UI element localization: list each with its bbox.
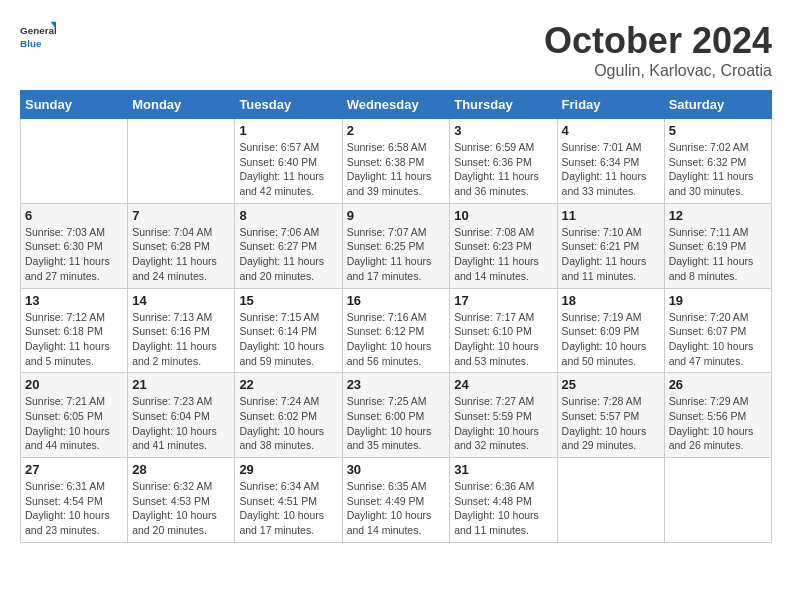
day-cell: 24Sunrise: 7:27 AM Sunset: 5:59 PM Dayli… [450,373,557,458]
week-row-3: 13Sunrise: 7:12 AM Sunset: 6:18 PM Dayli… [21,288,772,373]
day-info: Sunrise: 7:20 AM Sunset: 6:07 PM Dayligh… [669,310,767,369]
weekday-header-thursday: Thursday [450,91,557,119]
title-block: October 2024 Ogulin, Karlovac, Croatia [544,20,772,80]
day-cell: 6Sunrise: 7:03 AM Sunset: 6:30 PM Daylig… [21,203,128,288]
weekday-header-row: SundayMondayTuesdayWednesdayThursdayFrid… [21,91,772,119]
day-cell: 31Sunrise: 6:36 AM Sunset: 4:48 PM Dayli… [450,458,557,543]
day-cell: 29Sunrise: 6:34 AM Sunset: 4:51 PM Dayli… [235,458,342,543]
day-info: Sunrise: 7:23 AM Sunset: 6:04 PM Dayligh… [132,394,230,453]
day-number: 9 [347,208,446,223]
day-info: Sunrise: 6:34 AM Sunset: 4:51 PM Dayligh… [239,479,337,538]
day-number: 11 [562,208,660,223]
calendar-table: SundayMondayTuesdayWednesdayThursdayFrid… [20,90,772,543]
day-cell: 28Sunrise: 6:32 AM Sunset: 4:53 PM Dayli… [128,458,235,543]
day-info: Sunrise: 7:29 AM Sunset: 5:56 PM Dayligh… [669,394,767,453]
day-number: 27 [25,462,123,477]
day-cell: 9Sunrise: 7:07 AM Sunset: 6:25 PM Daylig… [342,203,450,288]
page-header: General Blue October 2024 Ogulin, Karlov… [20,20,772,80]
day-info: Sunrise: 7:03 AM Sunset: 6:30 PM Dayligh… [25,225,123,284]
day-number: 8 [239,208,337,223]
day-cell: 23Sunrise: 7:25 AM Sunset: 6:00 PM Dayli… [342,373,450,458]
weekday-header-sunday: Sunday [21,91,128,119]
weekday-header-monday: Monday [128,91,235,119]
day-info: Sunrise: 7:27 AM Sunset: 5:59 PM Dayligh… [454,394,552,453]
day-cell: 27Sunrise: 6:31 AM Sunset: 4:54 PM Dayli… [21,458,128,543]
day-info: Sunrise: 7:28 AM Sunset: 5:57 PM Dayligh… [562,394,660,453]
weekday-header-friday: Friday [557,91,664,119]
day-info: Sunrise: 6:57 AM Sunset: 6:40 PM Dayligh… [239,140,337,199]
location: Ogulin, Karlovac, Croatia [544,62,772,80]
weekday-header-tuesday: Tuesday [235,91,342,119]
day-number: 18 [562,293,660,308]
day-cell: 25Sunrise: 7:28 AM Sunset: 5:57 PM Dayli… [557,373,664,458]
day-cell: 2Sunrise: 6:58 AM Sunset: 6:38 PM Daylig… [342,119,450,204]
day-info: Sunrise: 6:32 AM Sunset: 4:53 PM Dayligh… [132,479,230,538]
day-info: Sunrise: 7:16 AM Sunset: 6:12 PM Dayligh… [347,310,446,369]
day-cell: 17Sunrise: 7:17 AM Sunset: 6:10 PM Dayli… [450,288,557,373]
day-number: 7 [132,208,230,223]
day-number: 4 [562,123,660,138]
day-cell: 19Sunrise: 7:20 AM Sunset: 6:07 PM Dayli… [664,288,771,373]
day-cell: 16Sunrise: 7:16 AM Sunset: 6:12 PM Dayli… [342,288,450,373]
day-info: Sunrise: 7:19 AM Sunset: 6:09 PM Dayligh… [562,310,660,369]
day-cell: 30Sunrise: 6:35 AM Sunset: 4:49 PM Dayli… [342,458,450,543]
day-number: 25 [562,377,660,392]
day-cell: 13Sunrise: 7:12 AM Sunset: 6:18 PM Dayli… [21,288,128,373]
day-cell: 20Sunrise: 7:21 AM Sunset: 6:05 PM Dayli… [21,373,128,458]
day-number: 24 [454,377,552,392]
day-info: Sunrise: 7:15 AM Sunset: 6:14 PM Dayligh… [239,310,337,369]
day-number: 6 [25,208,123,223]
logo-icon: General Blue [20,20,56,56]
day-info: Sunrise: 7:08 AM Sunset: 6:23 PM Dayligh… [454,225,552,284]
day-info: Sunrise: 7:12 AM Sunset: 6:18 PM Dayligh… [25,310,123,369]
day-info: Sunrise: 6:31 AM Sunset: 4:54 PM Dayligh… [25,479,123,538]
day-cell [128,119,235,204]
day-info: Sunrise: 6:59 AM Sunset: 6:36 PM Dayligh… [454,140,552,199]
week-row-2: 6Sunrise: 7:03 AM Sunset: 6:30 PM Daylig… [21,203,772,288]
day-number: 13 [25,293,123,308]
day-cell [21,119,128,204]
day-number: 2 [347,123,446,138]
day-cell: 21Sunrise: 7:23 AM Sunset: 6:04 PM Dayli… [128,373,235,458]
day-number: 17 [454,293,552,308]
svg-text:Blue: Blue [20,38,42,49]
day-cell: 22Sunrise: 7:24 AM Sunset: 6:02 PM Dayli… [235,373,342,458]
day-info: Sunrise: 7:10 AM Sunset: 6:21 PM Dayligh… [562,225,660,284]
day-number: 26 [669,377,767,392]
weekday-header-saturday: Saturday [664,91,771,119]
day-number: 1 [239,123,337,138]
day-number: 16 [347,293,446,308]
day-info: Sunrise: 7:25 AM Sunset: 6:00 PM Dayligh… [347,394,446,453]
week-row-4: 20Sunrise: 7:21 AM Sunset: 6:05 PM Dayli… [21,373,772,458]
day-info: Sunrise: 7:06 AM Sunset: 6:27 PM Dayligh… [239,225,337,284]
day-info: Sunrise: 7:02 AM Sunset: 6:32 PM Dayligh… [669,140,767,199]
logo: General Blue [20,20,56,56]
day-cell [664,458,771,543]
day-number: 30 [347,462,446,477]
day-number: 15 [239,293,337,308]
month-title: October 2024 [544,20,772,62]
day-number: 19 [669,293,767,308]
day-cell: 18Sunrise: 7:19 AM Sunset: 6:09 PM Dayli… [557,288,664,373]
day-cell: 5Sunrise: 7:02 AM Sunset: 6:32 PM Daylig… [664,119,771,204]
day-info: Sunrise: 7:11 AM Sunset: 6:19 PM Dayligh… [669,225,767,284]
day-cell: 15Sunrise: 7:15 AM Sunset: 6:14 PM Dayli… [235,288,342,373]
day-number: 12 [669,208,767,223]
day-info: Sunrise: 7:04 AM Sunset: 6:28 PM Dayligh… [132,225,230,284]
day-number: 10 [454,208,552,223]
day-cell: 4Sunrise: 7:01 AM Sunset: 6:34 PM Daylig… [557,119,664,204]
day-info: Sunrise: 7:24 AM Sunset: 6:02 PM Dayligh… [239,394,337,453]
day-cell: 8Sunrise: 7:06 AM Sunset: 6:27 PM Daylig… [235,203,342,288]
day-info: Sunrise: 6:58 AM Sunset: 6:38 PM Dayligh… [347,140,446,199]
svg-text:General: General [20,25,56,36]
week-row-5: 27Sunrise: 6:31 AM Sunset: 4:54 PM Dayli… [21,458,772,543]
day-number: 21 [132,377,230,392]
week-row-1: 1Sunrise: 6:57 AM Sunset: 6:40 PM Daylig… [21,119,772,204]
day-number: 3 [454,123,552,138]
day-info: Sunrise: 7:07 AM Sunset: 6:25 PM Dayligh… [347,225,446,284]
day-info: Sunrise: 7:21 AM Sunset: 6:05 PM Dayligh… [25,394,123,453]
day-cell: 12Sunrise: 7:11 AM Sunset: 6:19 PM Dayli… [664,203,771,288]
day-number: 31 [454,462,552,477]
day-info: Sunrise: 7:17 AM Sunset: 6:10 PM Dayligh… [454,310,552,369]
day-info: Sunrise: 7:01 AM Sunset: 6:34 PM Dayligh… [562,140,660,199]
